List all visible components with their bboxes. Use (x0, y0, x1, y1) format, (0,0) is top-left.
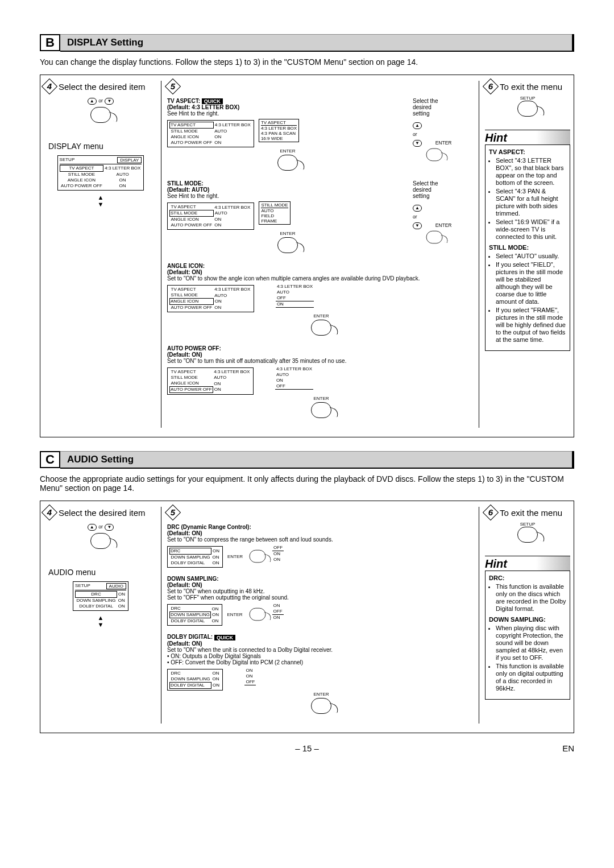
remote-icon (90, 533, 111, 549)
down-arrow-icon: ▼ (105, 98, 114, 105)
section-letter-c: C (40, 451, 60, 468)
enter-remote-icon (311, 320, 331, 336)
enter-remote-icon (311, 698, 331, 714)
step4-label-b: Select the desired item (59, 82, 146, 92)
section-b-diagram: 4 Select the desired item ▲ or ▼ DISPLAY… (40, 75, 574, 437)
step4-num-b: 4 (42, 78, 57, 94)
step5-col-b: 5 TV ASPECT: QUICK (Default: 4:3 LETTER … (161, 81, 475, 428)
quick-badge: QUICK (214, 635, 235, 640)
display-menu-title: DISPLAY menu (48, 142, 157, 151)
language-code: EN (562, 743, 574, 753)
auto-power-block: AUTO POWER OFF: (Default: ON) Set to "ON… (167, 345, 475, 420)
down-sampling-block: DOWN SAMPLING: (Default: ON) Set to "ON"… (167, 576, 475, 626)
remote-icon (90, 107, 111, 123)
remote-icon (426, 148, 443, 161)
step6-col-b: 6 To exit the menu SETUP Hint TV ASPECT:… (479, 81, 570, 428)
section-b-header: B DISPLAY Setting (40, 34, 574, 52)
quick-badge: QUICK (202, 98, 223, 104)
section-c-diagram: 4 Select the desired item ▲ or ▼ AUDIO m… (40, 501, 574, 733)
audio-menu-title: AUDIO menu (48, 568, 157, 577)
down-arrow-icon: ▼ (105, 524, 114, 531)
section-letter-b: B (40, 34, 60, 51)
select-hint: Select the desired setting (413, 98, 475, 117)
step4-col-c: 4 Select the desired item ▲ or ▼ AUDIO m… (44, 507, 157, 723)
hint-header-b: Hint (485, 130, 570, 144)
section-c-header: C AUDIO Setting (40, 451, 574, 469)
or-text-b: or (98, 98, 103, 104)
step5-num-b: 5 (165, 78, 181, 94)
enter-remote-icon (249, 608, 265, 621)
step6-label-b: To exit the menu (500, 82, 562, 92)
setup-remote-icon (517, 527, 538, 543)
hint-box-b: TV ASPECT: Select "4:3 LETTER BOX", so t… (485, 144, 570, 351)
step4-col-b: 4 Select the desired item ▲ or ▼ DISPLAY… (44, 81, 157, 428)
dolby-block: DOLBY DIGITAL: QUICK (Default: ON) Set t… (167, 634, 475, 715)
enter-remote-icon (277, 155, 298, 171)
enter-remote-icon (277, 237, 298, 253)
step5-col-c: 5 DRC (Dynamic Range Control): (Default:… (161, 507, 475, 723)
hint-box-c: DRC: This function is available only on … (485, 571, 570, 700)
enter-remote-icon (250, 550, 266, 563)
still-mode-block: STILL MODE: (Default: AUTO) See Hint to … (167, 180, 475, 255)
up-arrow-icon: ▲ (88, 524, 97, 531)
tv-aspect-block: TV ASPECT: QUICK (Default: 4:3 LETTER BO… (167, 98, 475, 172)
step6-col-c: 6 To exit the menu SETUP Hint DRC: This … (479, 507, 570, 723)
page-number: – 15 – (295, 743, 319, 753)
enter-remote-icon (311, 402, 331, 418)
drc-block: DRC (Dynamic Range Control): (Default: O… (167, 524, 475, 568)
remote-icon (426, 231, 443, 243)
section-title-b: DISPLAY Setting (60, 34, 572, 52)
angle-icon-block: ANGLE ICON: (Default: ON) Set to "ON" to… (167, 263, 475, 337)
audio-menu-box: SETUP AUDIO DRCON DOWN SAMPLINGON DOLBY … (73, 581, 128, 611)
display-menu-box: SETUP DISPLAY TV ASPECT4:3 LETTER BOX ST… (57, 155, 144, 191)
hint-header-c: Hint (485, 556, 570, 571)
page-footer: – 15 – EN (40, 743, 574, 753)
setup-remote-icon (517, 101, 538, 117)
step6-num-b: 6 (483, 78, 499, 94)
section-c-intro: Choose the appropriate audio settings fo… (40, 474, 574, 493)
section-title-c: AUDIO Setting (60, 451, 572, 469)
up-arrow-icon: ▲ (88, 98, 97, 105)
section-b-intro: You can change the display functions. Fo… (40, 57, 574, 67)
